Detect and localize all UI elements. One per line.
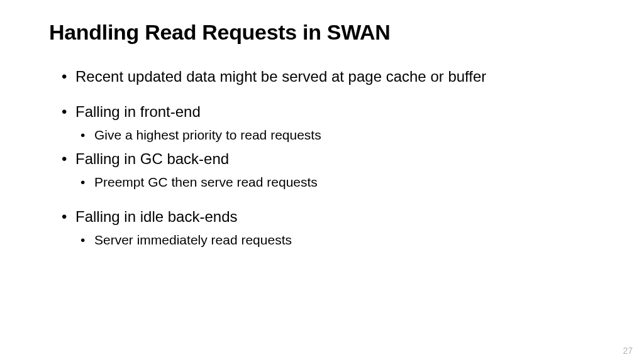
bullet-group: Falling in GC back-end Preempt GC then s… (62, 150, 595, 190)
bullet-group: Falling in idle back-ends Server immedia… (62, 207, 595, 248)
bullet-item: Recent updated data might be served at p… (62, 67, 595, 86)
page-number: 27 (623, 346, 633, 356)
sub-bullet-item: Preempt GC then serve read requests (80, 173, 595, 190)
bullet-item: Falling in GC back-end (62, 150, 595, 168)
bullet-item: Falling in front-end (62, 102, 595, 121)
sub-bullet-item: Server immediately read requests (80, 231, 595, 248)
slide-title: Handling Read Requests in SWAN (49, 20, 595, 45)
bullet-group: Falling in front-end Give a highest prio… (62, 102, 595, 143)
bullet-item: Falling in idle back-ends (62, 207, 595, 226)
bullet-group: Recent updated data might be served at p… (62, 67, 595, 86)
slide-content: Recent updated data might be served at p… (49, 67, 595, 248)
sub-bullet-item: Give a highest priority to read requests (80, 126, 595, 143)
slide: Handling Read Requests in SWAN Recent up… (0, 0, 644, 362)
